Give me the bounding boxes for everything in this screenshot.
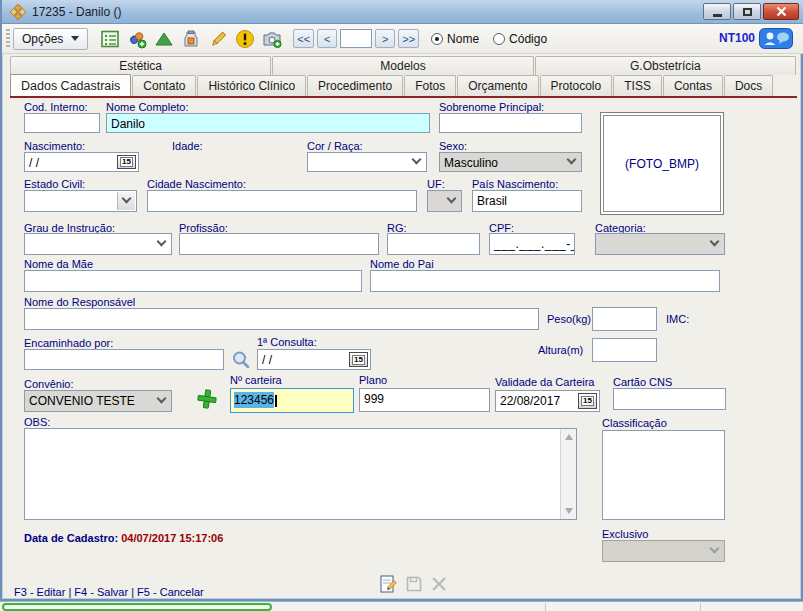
validade-carteira-field[interactable]: 22/08/2017 15 [495, 390, 600, 412]
encaminhado-field[interactable] [24, 349, 224, 370]
sobrenome-field[interactable] [439, 113, 582, 133]
altura-field[interactable] [592, 338, 657, 362]
toolbar: Opções [2, 24, 803, 54]
chevron-down-icon [71, 36, 79, 41]
alert-button[interactable] [231, 27, 258, 51]
nome-completo-field[interactable]: Danilo [106, 113, 430, 133]
obs-scrollbar[interactable] [560, 429, 576, 519]
tab-orcamento[interactable]: Orçamento [457, 75, 538, 96]
estado-civil-label: Estado Civil: [24, 178, 85, 190]
maximize-icon [743, 8, 752, 16]
plano-field[interactable]: 999 [359, 388, 490, 412]
tab-contas[interactable]: Contas [663, 75, 723, 96]
minimize-button[interactable] [703, 3, 731, 20]
record-list-icon [100, 29, 120, 49]
cartao-cns-label: Cartão CNS [613, 376, 672, 388]
nome-responsavel-field[interactable] [24, 308, 539, 330]
nav-last-button[interactable]: >> [398, 29, 419, 48]
convenio-select[interactable]: CONVENIO TESTE [24, 390, 172, 412]
chevron-down-icon [122, 194, 132, 204]
tab-procedimento[interactable]: Procedimento [307, 75, 403, 96]
section-tabs: Dados Cadastrais Contato Histórico Clíni… [10, 75, 774, 96]
save-record-button[interactable] [404, 574, 424, 594]
num-carteira-label: Nº carteira [230, 374, 282, 386]
taskbar-active-item[interactable] [2, 603, 272, 611]
calendar-icon: 15 [581, 396, 594, 406]
tab-modelos[interactable]: Modelos [272, 56, 533, 75]
grau-instrucao-select[interactable] [24, 233, 172, 255]
tab-contato[interactable]: Contato [132, 75, 196, 96]
estado-civil-dropdown-button[interactable] [117, 192, 135, 210]
nav-first-button[interactable]: << [293, 29, 314, 48]
cidade-nascimento-field[interactable] [147, 190, 417, 212]
background-taskbar-strip [0, 601, 803, 611]
obs-textarea[interactable] [24, 428, 577, 520]
cartao-cns-field[interactable] [613, 388, 726, 410]
classificacao-listbox[interactable] [602, 430, 725, 520]
photo-frame[interactable]: (FOTO_BMP) [600, 112, 724, 215]
edit-record-button[interactable] [378, 574, 398, 594]
nome-pai-field[interactable] [370, 270, 720, 292]
search-mode-radios: Nome Código [431, 32, 547, 46]
cor-raca-select[interactable] [307, 152, 427, 172]
shortcut-hints: F3 - Editar | F4 - Salvar | F5 - Cancela… [14, 586, 204, 598]
primeira-consulta-field[interactable]: / / 15 [257, 349, 371, 370]
scroll-up-icon[interactable] [565, 434, 573, 440]
tab-estetica[interactable]: Estética [10, 56, 271, 75]
tab-gobstetricia[interactable]: G.Obstetrícia [535, 56, 796, 75]
radio-codigo-label: Código [509, 32, 547, 46]
nascimento-calendar-button[interactable]: 15 [117, 155, 136, 169]
num-carteira-field[interactable]: 123456 [230, 388, 354, 413]
triangle-button[interactable] [150, 27, 177, 51]
options-label: Opções [22, 32, 63, 46]
idade-label: Idade: [172, 140, 203, 152]
contact-chat-icon[interactable] [759, 28, 793, 49]
patient-record-button[interactable] [96, 27, 123, 51]
radio-nome[interactable]: Nome [431, 32, 479, 46]
validade-calendar-button[interactable]: 15 [578, 393, 597, 409]
nome-pai-label: Nome do Pai [370, 258, 434, 270]
radio-codigo[interactable]: Código [493, 32, 547, 46]
medication-button[interactable] [123, 27, 150, 51]
cod-interno-field[interactable] [24, 113, 100, 133]
tab-protocolo[interactable]: Protocolo [540, 75, 613, 96]
add-convenio-icon[interactable] [196, 388, 218, 410]
selected-text: 123456 [234, 392, 274, 408]
chevron-down-icon [567, 155, 577, 165]
maximize-button[interactable] [733, 3, 761, 20]
options-button[interactable]: Opções [13, 28, 88, 50]
edit-button[interactable] [204, 27, 231, 51]
nav-prev-button[interactable]: < [317, 29, 337, 48]
uf-label: UF: [427, 178, 445, 190]
close-button[interactable] [763, 3, 799, 20]
cancel-record-button[interactable] [429, 574, 449, 594]
estado-civil-select[interactable] [24, 190, 137, 212]
categoria-select[interactable] [595, 233, 725, 255]
uf-select[interactable] [427, 190, 462, 212]
data-cadastro-value: 04/07/2017 15:17:06 [121, 532, 223, 544]
profissao-field[interactable] [179, 233, 379, 255]
scroll-down-icon[interactable] [565, 508, 573, 514]
pharmacy-button[interactable] [177, 27, 204, 51]
titlebar[interactable]: 17235 - Danilo () [2, 0, 803, 24]
primeira-consulta-calendar-button[interactable]: 15 [349, 352, 368, 367]
app-window: 17235 - Danilo () Opções [0, 0, 803, 601]
pais-nascimento-field[interactable]: Brasil [472, 190, 582, 212]
nav-next-button[interactable]: > [375, 29, 395, 48]
peso-field[interactable] [592, 307, 657, 331]
nascimento-field[interactable]: / / 15 [24, 152, 139, 172]
tab-tiss[interactable]: TISS [613, 75, 662, 96]
search-icon[interactable] [231, 350, 251, 370]
cpf-field[interactable]: ___.___.___-__ [489, 233, 575, 255]
calendar-icon: 15 [120, 157, 133, 167]
photo-capture-button[interactable] [258, 27, 285, 51]
tab-docs[interactable]: Docs [724, 75, 773, 96]
nome-mae-field[interactable] [24, 270, 362, 292]
sexo-select[interactable]: Masculino [439, 152, 582, 172]
record-number-input[interactable] [340, 29, 372, 48]
rg-field[interactable] [387, 233, 480, 255]
tab-fotos[interactable]: Fotos [404, 75, 456, 96]
toolbar-grip[interactable] [6, 29, 10, 49]
tab-dados-cadastrais[interactable]: Dados Cadastrais [10, 74, 131, 96]
tab-historico-clinico[interactable]: Histórico Clínico [197, 75, 306, 96]
